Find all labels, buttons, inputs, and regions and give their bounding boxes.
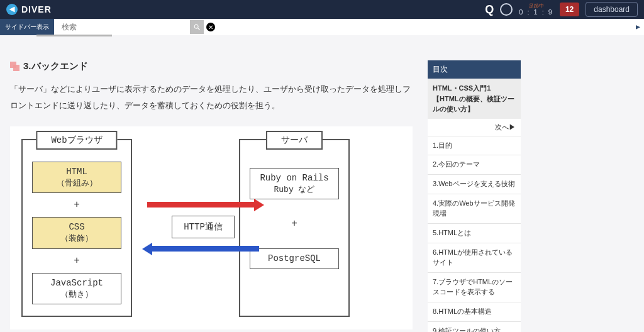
table-of-contents: 目次 HTML・CSS入門1【HTMLの概要、検証ツールの使い方】 次へ▶ 1.…: [428, 60, 521, 332]
toc-title: HTML・CSS入門1【HTMLの概要、検証ツールの使い方】: [428, 79, 521, 119]
toc-item[interactable]: 4.実際のWebサービス開発現場: [428, 194, 521, 224]
diagram-http: HTTP通信: [143, 198, 263, 256]
dashboard-button[interactable]: dashboard: [586, 2, 638, 17]
brand-text: DIVER: [21, 4, 52, 14]
tech-js: JavaScript （動き）: [32, 273, 121, 304]
tech-postgres: PostgreSQL: [250, 248, 339, 269]
main-content: 3.バックエンド 「サーバ」などによりユーザに表示するためのデータを処理したり、…: [10, 60, 413, 332]
timer-value: 0 : 1 : 9: [519, 9, 553, 16]
plus-icon: +: [74, 255, 80, 267]
toc-item[interactable]: 8.HTMLの基本構造: [428, 302, 521, 322]
close-icon[interactable]: ✕: [206, 23, 215, 31]
topbar-right: Q 足跡中 0 : 1 : 9 12 dashboard: [485, 2, 638, 17]
toc-item[interactable]: 3.Webページを支える技術: [428, 175, 521, 194]
search-underline: [36, 35, 112, 36]
timer: 足跡中 0 : 1 : 9: [519, 4, 553, 16]
tech-html: HTML （骨組み）: [32, 162, 121, 193]
toc-item[interactable]: 7.ブラウザでHTMLのソースコードを表示する: [428, 273, 521, 302]
tech-css: CSS （装飾）: [32, 217, 121, 248]
diagram-browser-title: Webブラウザ: [36, 131, 117, 150]
toc-header: 目次: [428, 60, 521, 79]
brand-logo[interactable]: DIVER: [6, 4, 52, 15]
plus-icon: +: [291, 218, 297, 230]
toc-item[interactable]: 9.検証ツールの使い方: [428, 322, 521, 332]
arrow-request: [143, 198, 263, 212]
tech-rails: Ruby on Rails Ruby など: [250, 168, 339, 199]
arrow-response: [143, 242, 263, 256]
brand-icon: [6, 4, 18, 15]
page-next-arrow[interactable]: ▸: [636, 21, 640, 31]
toc-item[interactable]: 5.HTMLとは: [428, 224, 521, 243]
search-q-icon[interactable]: Q: [485, 3, 494, 16]
search-input[interactable]: [58, 21, 190, 33]
topbar: DIVER Q 足跡中 0 : 1 : 9 12 dashboard: [0, 0, 644, 19]
diagram-server-title: サーバ: [266, 131, 323, 150]
section-heading-text: 3.バックエンド: [23, 60, 88, 72]
sidebar-toggle[interactable]: サイドバー表示: [0, 19, 54, 35]
http-label: HTTP通信: [172, 216, 235, 238]
notification-badge[interactable]: 12: [560, 3, 579, 16]
plus-icon: +: [74, 199, 80, 211]
search-button[interactable]: [190, 20, 204, 34]
section-heading: 3.バックエンド: [10, 60, 413, 72]
toc-item[interactable]: 2.今回のテーマ: [428, 155, 521, 175]
section-icon: [10, 62, 19, 71]
diagram-browser-box: Webブラウザ HTML （骨組み） + CSS （装飾） + JavaScri…: [21, 139, 132, 317]
search-row: サイドバー表示 ✕ ▸: [0, 19, 644, 35]
search-icon: [193, 23, 201, 31]
architecture-diagram: Webブラウザ HTML （骨組み） + CSS （装飾） + JavaScri…: [10, 126, 413, 329]
toc-item[interactable]: 6.HTMLが使用されているサイト: [428, 243, 521, 273]
toc-item[interactable]: 1.目的: [428, 136, 521, 156]
toc-next-link[interactable]: 次へ▶: [428, 119, 521, 136]
section-paragraph: 「サーバ」などによりユーザに表示するためのデータを処理したり、ユーザから受け取っ…: [10, 81, 413, 114]
avatar-icon[interactable]: [500, 3, 513, 16]
